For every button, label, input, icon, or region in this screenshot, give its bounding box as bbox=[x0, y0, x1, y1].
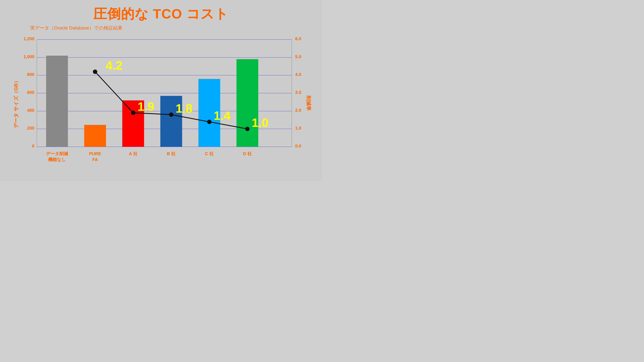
right-axis-6: 6.0 bbox=[295, 36, 301, 41]
page-title: 圧倒的な TCO コスト bbox=[10, 5, 312, 23]
right-axis-2: 2.0 bbox=[295, 108, 301, 113]
right-axis-4: 4.0 bbox=[295, 72, 301, 77]
x-label-d: D 社 bbox=[243, 151, 252, 156]
y-axis-600: 600 bbox=[27, 90, 34, 95]
y-axis-400: 400 bbox=[27, 108, 34, 113]
x-label-c: C 社 bbox=[205, 151, 214, 156]
bar-company-d bbox=[236, 59, 258, 147]
dot-c bbox=[207, 120, 211, 124]
y-axis-1000: 1,000 bbox=[24, 54, 34, 59]
y-axis-0: 0 bbox=[32, 143, 34, 148]
bar-pure-fa bbox=[84, 125, 106, 147]
dot-b bbox=[169, 113, 173, 117]
page: 圧倒的な TCO コスト 実データ（Oracle Database）での検証結果 bbox=[0, 0, 322, 181]
x-label-pure-fa-1: PURE bbox=[89, 151, 101, 156]
right-axis-0: 0.0 bbox=[295, 143, 301, 148]
y-axis-200: 200 bbox=[27, 125, 34, 131]
dot-a bbox=[131, 111, 135, 115]
dot-pure-fa bbox=[93, 70, 97, 74]
right-axis-3: 3.0 bbox=[295, 90, 301, 95]
chart-area: 0 200 400 600 800 1,000 1,200 0.0 1.0 2.… bbox=[10, 34, 312, 172]
ratio-label-b: 1.8 bbox=[176, 102, 192, 115]
left-axis-title: データ サイズ（GB） bbox=[13, 78, 18, 128]
x-label-pure-fa-2: FA bbox=[92, 157, 98, 162]
right-axis-title: 削減率 bbox=[306, 96, 312, 111]
ratio-label-a: 1.9 bbox=[138, 100, 154, 113]
bar-no-reduction bbox=[46, 56, 68, 147]
subtitle: 実データ（Oracle Database）での検証結果 bbox=[30, 25, 312, 31]
x-label-no-reduction-1: データ削減 bbox=[46, 151, 68, 156]
chart-svg: 0 200 400 600 800 1,000 1,200 0.0 1.0 2.… bbox=[10, 34, 312, 172]
x-label-a: A 社 bbox=[129, 151, 138, 156]
right-axis-5: 5.0 bbox=[295, 54, 301, 59]
ratio-label-c: 1.4 bbox=[214, 109, 230, 122]
y-axis-1200: 1,200 bbox=[24, 36, 34, 41]
right-axis-1: 1.0 bbox=[295, 125, 301, 131]
ratio-label-pure-fa: 4.2 bbox=[106, 59, 122, 72]
dot-d bbox=[245, 127, 250, 131]
x-label-b: B 社 bbox=[167, 151, 176, 156]
y-axis-800: 800 bbox=[27, 72, 34, 77]
ratio-label-d: 1.0 bbox=[252, 116, 268, 129]
x-label-no-reduction-2: 機能なし bbox=[48, 157, 66, 162]
